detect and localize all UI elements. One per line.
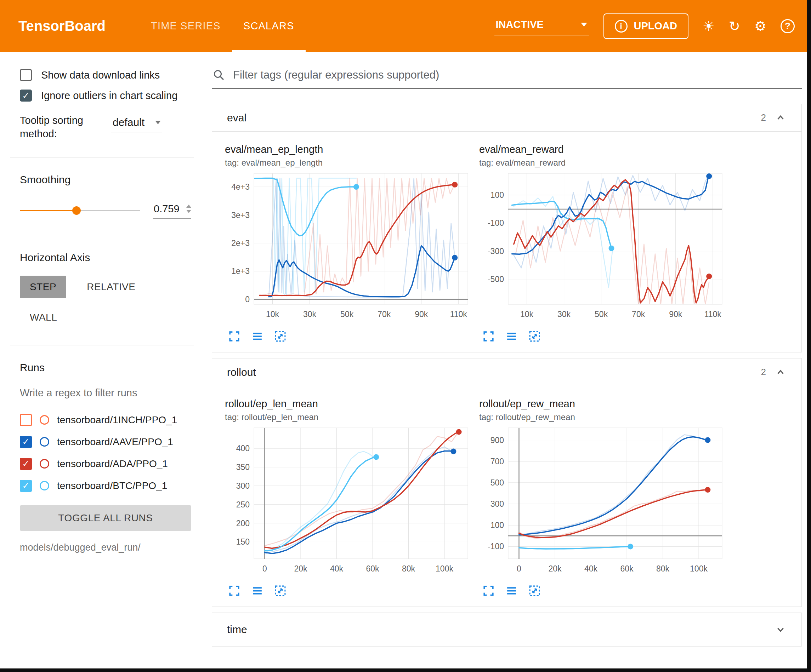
chevron-down-icon bbox=[581, 23, 587, 27]
divider bbox=[10, 157, 194, 157]
app-header: TensorBoard TIME SERIES SCALARS INACTIVE… bbox=[0, 0, 811, 52]
app-title: TensorBoard bbox=[0, 0, 139, 52]
smoothing-value-input[interactable] bbox=[153, 203, 183, 215]
svg-text:40k: 40k bbox=[584, 564, 598, 573]
section-header-rollout[interactable]: rollout 2 bbox=[212, 359, 801, 386]
svg-text:100k: 100k bbox=[436, 564, 453, 573]
run-row-ada[interactable]: tensorboard/ADA/PPO_1 bbox=[20, 458, 191, 470]
smoothing-slider-thumb[interactable] bbox=[72, 206, 81, 215]
run-label: tensorboard/1INCH/PPO_1 bbox=[57, 415, 177, 426]
smoothing-slider-fill bbox=[20, 210, 76, 211]
chart-title: eval/mean_reward bbox=[479, 144, 727, 155]
run-checkbox[interactable] bbox=[20, 414, 32, 426]
svg-text:900: 900 bbox=[490, 436, 504, 445]
smoothing-value-box bbox=[153, 203, 191, 219]
smoothing-stepper[interactable] bbox=[186, 205, 191, 213]
fit-domain-icon[interactable] bbox=[528, 584, 541, 598]
brightness-icon[interactable]: ☀ bbox=[702, 19, 715, 33]
search-icon bbox=[212, 69, 225, 81]
run-row-1inch[interactable]: tensorboard/1INCH/PPO_1 bbox=[20, 414, 191, 426]
axis-wall-button[interactable]: WALL bbox=[20, 306, 67, 329]
data-table-icon[interactable] bbox=[505, 584, 518, 598]
stepper-up-icon[interactable] bbox=[186, 205, 191, 208]
svg-text:50k: 50k bbox=[595, 310, 608, 319]
tab-scalars[interactable]: SCALARS bbox=[232, 0, 305, 52]
horizontal-scrollbar[interactable] bbox=[0, 669, 811, 672]
fullscreen-icon[interactable] bbox=[482, 330, 495, 343]
svg-text:30k: 30k bbox=[303, 310, 317, 319]
runs-filter-input[interactable] bbox=[20, 384, 191, 404]
show-download-links-row[interactable]: Show data download links bbox=[20, 69, 191, 81]
info-icon: i bbox=[615, 20, 628, 32]
run-row-aave[interactable]: tensorboard/AAVE/PPO_1 bbox=[20, 436, 191, 448]
fullscreen-icon[interactable] bbox=[482, 584, 495, 598]
chevron-up-icon[interactable] bbox=[775, 112, 787, 124]
settings-gear-icon[interactable]: ⚙ bbox=[754, 19, 766, 33]
section-title: time bbox=[227, 623, 247, 636]
fit-domain-icon[interactable] bbox=[274, 330, 287, 343]
horizontal-axis-label: Horizontal Axis bbox=[20, 252, 191, 264]
data-table-icon[interactable] bbox=[505, 330, 518, 343]
stepper-down-icon[interactable] bbox=[186, 210, 191, 213]
line-chart-plot[interactable]: 10k30k50k70k90k110k-500-300-100100 bbox=[479, 171, 727, 325]
run-color-swatch bbox=[40, 481, 49, 491]
run-checkbox[interactable] bbox=[20, 480, 32, 492]
fit-domain-icon[interactable] bbox=[528, 330, 541, 343]
show-download-links-checkbox[interactable] bbox=[20, 69, 32, 81]
svg-text:110k: 110k bbox=[450, 310, 467, 319]
tooltip-sorting-value: default bbox=[113, 117, 144, 129]
run-checkbox[interactable] bbox=[20, 458, 32, 470]
data-table-icon[interactable] bbox=[251, 330, 264, 343]
fit-domain-icon[interactable] bbox=[274, 584, 287, 598]
chart-rollout-ep-len-mean: rollout/ep_len_mean tag: rollout/ep_len_… bbox=[225, 398, 473, 598]
svg-text:100k: 100k bbox=[690, 564, 708, 573]
section-header-eval[interactable]: eval 2 bbox=[212, 104, 801, 132]
smoothing-controls bbox=[20, 203, 191, 219]
chart-tag: tag: rollout/ep_rew_mean bbox=[479, 412, 727, 422]
chevron-down-icon[interactable] bbox=[775, 623, 787, 636]
smoothing-label: Smoothing bbox=[20, 174, 191, 186]
svg-text:150: 150 bbox=[236, 537, 250, 547]
toggle-all-runs-button[interactable]: TOGGLE ALL RUNS bbox=[20, 505, 191, 531]
svg-text:4e+3: 4e+3 bbox=[231, 182, 250, 191]
data-table-icon[interactable] bbox=[251, 584, 264, 598]
status-dropdown[interactable]: INACTIVE bbox=[494, 17, 589, 36]
section-count-badge: 2 bbox=[761, 367, 766, 377]
run-row-btc[interactable]: tensorboard/BTC/PPO_1 bbox=[20, 480, 191, 492]
ignore-outliers-row[interactable]: Ignore outliers in chart scaling bbox=[20, 90, 191, 102]
smoothing-slider[interactable] bbox=[20, 210, 140, 211]
line-chart-plot[interactable]: 10k30k50k70k90k110k01e+32e+33e+34e+3 bbox=[225, 171, 473, 325]
chevron-down-icon bbox=[155, 121, 161, 124]
chart-title: rollout/ep_rew_mean bbox=[479, 398, 727, 410]
tooltip-sorting-select[interactable]: default bbox=[111, 113, 162, 132]
svg-text:40k: 40k bbox=[330, 564, 344, 573]
upload-button[interactable]: i UPLOAD bbox=[604, 14, 689, 39]
help-icon[interactable]: ? bbox=[780, 19, 795, 33]
vertical-scrollbar[interactable] bbox=[807, 0, 811, 672]
ignore-outliers-checkbox[interactable] bbox=[20, 90, 32, 102]
run-checkbox[interactable] bbox=[20, 436, 32, 448]
axis-relative-button[interactable]: RELATIVE bbox=[77, 276, 145, 298]
line-chart-plot[interactable]: 020k40k60k80k100k150200250300350400 bbox=[225, 426, 473, 580]
section-count-badge: 2 bbox=[761, 112, 766, 123]
tab-time-series[interactable]: TIME SERIES bbox=[139, 0, 232, 52]
line-chart-plot[interactable]: 020k40k60k80k100k-100100300500700900 bbox=[479, 426, 727, 580]
svg-text:0: 0 bbox=[263, 564, 267, 573]
svg-text:90k: 90k bbox=[669, 310, 682, 319]
refresh-icon[interactable]: ↻ bbox=[729, 19, 740, 33]
svg-text:70k: 70k bbox=[632, 310, 645, 319]
svg-text:400: 400 bbox=[236, 444, 250, 453]
section-header-time[interactable]: time bbox=[212, 613, 801, 646]
chart-rollout-ep-rew-mean: rollout/ep_rew_mean tag: rollout/ep_rew_… bbox=[479, 398, 727, 598]
fullscreen-icon[interactable] bbox=[228, 584, 241, 598]
run-color-swatch bbox=[40, 415, 49, 425]
svg-text:10k: 10k bbox=[520, 310, 534, 319]
chevron-up-icon[interactable] bbox=[775, 366, 787, 378]
tag-filter-input[interactable] bbox=[232, 68, 800, 82]
chart-title: rollout/ep_len_mean bbox=[225, 398, 473, 410]
axis-step-button[interactable]: STEP bbox=[20, 276, 66, 298]
runs-logdir-path: models/debugged_eval_run/ bbox=[20, 542, 191, 553]
fullscreen-icon[interactable] bbox=[228, 330, 241, 343]
run-color-swatch bbox=[40, 437, 49, 447]
ignore-outliers-label: Ignore outliers in chart scaling bbox=[41, 90, 177, 102]
